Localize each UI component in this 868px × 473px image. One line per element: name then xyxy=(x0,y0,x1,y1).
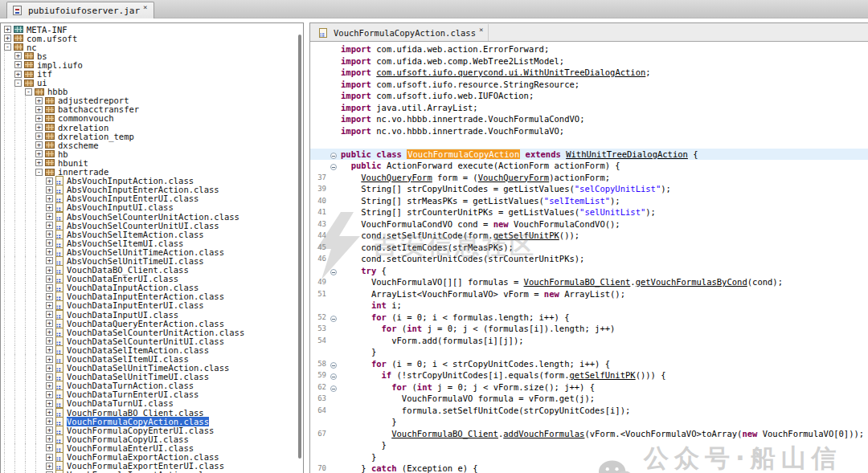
code-line[interactable]: } xyxy=(310,451,868,463)
expand-toggle[interactable]: - xyxy=(35,169,43,176)
tree-item[interactable]: +VouchDataInputAction.class xyxy=(1,283,303,292)
tree-item[interactable]: +VouchFormulaEnterUI.class xyxy=(1,443,303,452)
code-line[interactable]: int i; xyxy=(310,300,868,312)
code-line[interactable]: import java.util.ArrayList; xyxy=(310,102,868,114)
expand-toggle[interactable]: + xyxy=(46,382,53,389)
tree-item[interactable]: +VouchDataSelCounterUnitUI.class xyxy=(1,336,303,345)
tree-item[interactable]: +VouchFormulaCopyUI.class xyxy=(1,434,303,443)
code-line[interactable]: 46cond.setCounterUnitCodes(strCounterUni… xyxy=(310,253,868,265)
tree-item[interactable]: +AbsVouchSelCounterUnitUI.class xyxy=(1,221,303,230)
expand-toggle[interactable]: + xyxy=(46,293,53,300)
fold-toggle-icon[interactable] xyxy=(330,269,337,275)
expand-toggle[interactable]: + xyxy=(4,35,11,42)
expand-toggle[interactable]: + xyxy=(46,275,53,283)
code-line[interactable]: 51ArrayList<VouchFormulaVO> vForm = new … xyxy=(310,288,868,300)
tree-item[interactable]: -hbbb xyxy=(1,88,303,96)
tree-item[interactable]: +AbsVouchSelUnitTimeUI.class xyxy=(1,256,303,265)
code-line[interactable]: 41String[] strCounterUnitPKs = getListVa… xyxy=(310,206,868,218)
code-line[interactable]: 70} catch (Exception e) { xyxy=(310,463,868,473)
code-line[interactable]: import nc.vo.hbbb.innertrade.VouchFormul… xyxy=(310,113,868,125)
tree-item[interactable]: +dxscheme xyxy=(1,141,303,149)
tree-item[interactable]: +hb xyxy=(1,149,303,158)
tree-item[interactable]: +commonvouch xyxy=(1,114,303,123)
code-link[interactable]: VouchQueryForm xyxy=(478,173,550,182)
tree-item[interactable]: +AbsVouchInputEnterUI.class xyxy=(1,194,303,203)
tree-item[interactable]: +adjustedreport xyxy=(1,96,303,105)
tree-item[interactable]: +AbsVouchInputAction.class xyxy=(1,177,303,186)
expand-toggle[interactable]: + xyxy=(46,213,53,220)
tree-item[interactable]: +VouchDataTurnAction.class xyxy=(1,381,303,390)
fold-toggle-icon[interactable] xyxy=(330,385,337,392)
tree-item[interactable]: +AbsVouchInputEnterAction.class xyxy=(1,186,303,194)
expand-toggle[interactable]: + xyxy=(14,61,22,68)
fold-toggle-icon[interactable] xyxy=(330,164,337,170)
tree-item[interactable]: +VouchFormulaBO_Client.class xyxy=(1,408,303,417)
code-line[interactable]: 44cond.setSelfUnitCode(form.getSelfUnitP… xyxy=(310,230,868,242)
tree-item[interactable]: +VouchDataBO_Client.class xyxy=(1,266,303,275)
close-icon[interactable]: × xyxy=(143,3,147,11)
tree-item[interactable]: +impl.iufo xyxy=(1,60,303,69)
expand-toggle[interactable]: + xyxy=(46,248,53,255)
code-line[interactable]: public class VouchFormulaCopyAction exte… xyxy=(310,149,868,161)
expand-toggle[interactable]: + xyxy=(46,186,53,194)
tree-item[interactable]: +META-INF xyxy=(1,25,303,34)
code-line[interactable]: 52for (i = 0; i < formulas.length; i++) … xyxy=(310,312,868,324)
expand-toggle[interactable]: + xyxy=(46,373,53,381)
expand-toggle[interactable]: + xyxy=(35,124,43,131)
code-link[interactable]: VouchFormulaBO_Client xyxy=(524,277,631,287)
expand-toggle[interactable]: + xyxy=(4,26,11,33)
expand-toggle[interactable]: - xyxy=(4,43,11,51)
fold-toggle-icon[interactable] xyxy=(330,362,337,369)
code-line[interactable]: 53for (int j = 0; j < (formulas[i]).leng… xyxy=(310,323,868,335)
tree-scrollbar-thumb[interactable] xyxy=(298,35,301,459)
code-line[interactable]: public ActionForward execute(ActionForm … xyxy=(310,160,868,172)
expand-toggle[interactable]: + xyxy=(46,435,53,442)
fold-toggle-icon[interactable] xyxy=(330,373,337,380)
tree-item[interactable]: +VouchDataInputEnterUI.class xyxy=(1,301,303,310)
code-line[interactable]: 37VouchQueryForm form = (VouchQueryForm)… xyxy=(310,172,868,184)
code-line[interactable]: import com.ufida.web.comp.WebTree2ListMo… xyxy=(310,55,868,67)
code-link[interactable]: VouchQueryForm xyxy=(361,173,432,182)
close-icon[interactable]: × xyxy=(479,26,483,34)
tree-item[interactable]: -innertrade xyxy=(1,168,303,177)
expand-toggle[interactable]: + xyxy=(46,320,53,327)
tree-item[interactable]: +VouchFormulaCopyEnterUI.class xyxy=(1,426,303,434)
expand-toggle[interactable]: + xyxy=(46,267,53,274)
code-line[interactable]: 49VouchFormulaVO[][] formulas = VouchFor… xyxy=(310,276,868,288)
tree-item[interactable]: +hbunit xyxy=(1,158,303,167)
code-link[interactable]: com.ufsoft.iufo.querycond.ui.WithUnitTre… xyxy=(376,67,645,77)
tree-item[interactable]: +AbsVouchSelItemAction.class xyxy=(1,230,303,239)
code-line[interactable]: 63VouchFormulaVO formula = vForm.get(j); xyxy=(310,393,868,405)
code-line[interactable]: 43VouchFormulaCondVO cond = new VouchFor… xyxy=(310,218,868,230)
tree-item[interactable]: +VouchDataSelUnitTimeUI.class xyxy=(1,373,303,381)
expand-toggle[interactable]: + xyxy=(46,346,53,353)
tree-item[interactable]: +AbsVouchSelCounterUnitAction.class xyxy=(1,212,303,221)
expand-toggle[interactable]: + xyxy=(46,463,53,470)
code-line[interactable]: import com.ufsoft.iufo.web.IUFOAction; xyxy=(310,90,868,102)
expand-toggle[interactable]: + xyxy=(46,391,53,398)
expand-toggle[interactable]: + xyxy=(35,133,43,140)
code-line[interactable]: 59if (!strCopyUnitCodes[i].equals(form.g… xyxy=(310,369,868,381)
tree-item[interactable]: +VouchFormulaExportAction.class xyxy=(1,453,303,462)
tree-item[interactable]: +VouchDataSelCounterUnitAction.class xyxy=(1,328,303,336)
tree-item[interactable]: +VouchDataInputUI.class xyxy=(1,310,303,319)
tree-item[interactable]: +VouchDataTurnUI.class xyxy=(1,399,303,408)
expand-toggle[interactable]: + xyxy=(46,311,53,318)
expand-toggle[interactable]: + xyxy=(46,195,53,202)
expand-toggle[interactable]: + xyxy=(46,418,53,425)
code-line[interactable]: 45cond.setItemCodes(strMeasPKs); xyxy=(310,242,868,254)
expand-toggle[interactable]: + xyxy=(46,328,53,336)
code-line[interactable]: 64formula.setSelfUnitCode(strCopyUnitCod… xyxy=(310,405,868,417)
expand-toggle[interactable]: + xyxy=(46,409,53,416)
code-line[interactable]: import com.ufsoft.iufo.querycond.ui.With… xyxy=(310,67,868,79)
expand-toggle[interactable]: + xyxy=(46,230,53,238)
expand-toggle[interactable]: - xyxy=(14,80,22,87)
tree-item[interactable]: +VouchFormulaCopyAction.class xyxy=(1,417,303,426)
tree-item[interactable]: +AbsVouchInputUI.class xyxy=(1,203,303,212)
expand-toggle[interactable]: + xyxy=(46,177,53,185)
tree-item[interactable]: +AbsVouchSelUnitTimeAction.class xyxy=(1,247,303,256)
editor-tab[interactable]: VouchFormulaCopyAction.class × xyxy=(314,24,489,41)
tree-item[interactable]: +VouchDataSelItemAction.class xyxy=(1,345,303,354)
code-line[interactable]: } xyxy=(310,416,868,428)
expand-toggle[interactable]: + xyxy=(46,400,53,407)
